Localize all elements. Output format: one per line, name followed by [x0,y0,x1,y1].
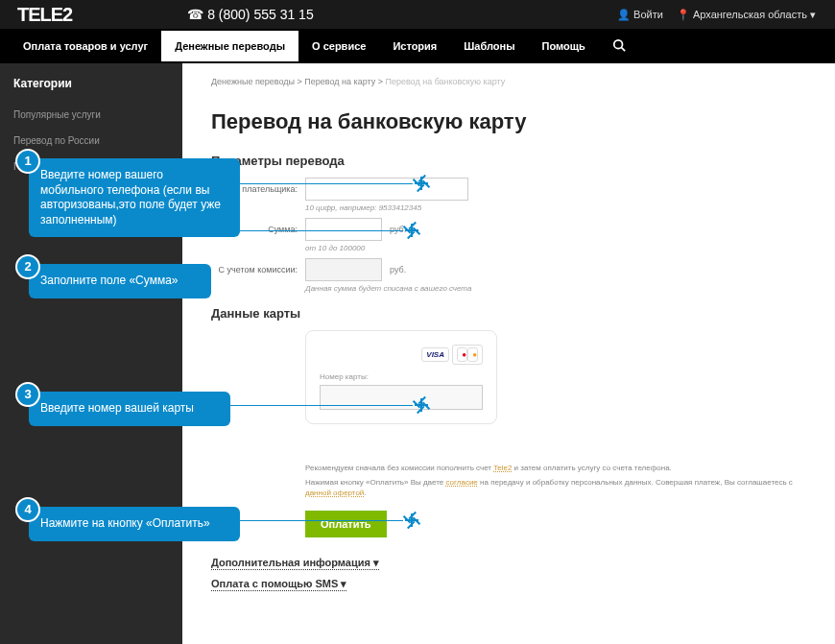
region-link[interactable]: 📍 Архангельская область ▾ [677,9,816,21]
region-text: Архангельская область [693,9,807,20]
section-card: Данные карты [211,306,806,321]
callout-1-burst [413,175,430,192]
main-content: Денежные переводы > Перевод на карту > П… [182,63,835,644]
expand-info[interactable]: Дополнительная информация ▾ [211,557,379,570]
menu-payments[interactable]: Оплата товаров и услуг [10,31,161,61]
offer-link[interactable]: данной офертой [305,489,364,497]
visa-icon: VISA [421,347,449,362]
consent-link[interactable]: согласие [446,478,478,487]
expand-sms-text: Оплата с помощью SMS [211,578,338,589]
sum-input[interactable] [305,218,382,241]
cardnum-input[interactable] [320,385,483,410]
logo: TELE2 [17,4,72,26]
top-bar: TELE2 ☎ 8 (800) 555 31 15 👤 Войти 📍 Арха… [0,0,835,29]
phone-input[interactable] [305,178,468,201]
search-icon[interactable] [599,29,639,63]
card-area: VISA ●● Номер карты: [305,330,497,424]
menu-transfers[interactable]: Денежные переводы [161,31,298,61]
callout-3-text: Введите номер вашей карты [40,401,194,415]
callout-4-line [240,520,403,521]
notice-recommend: Рекомендуем сначала без комиссии пополни… [305,463,806,473]
callout-3-burst [413,396,430,414]
callout-3: 3 Введите номер вашей карты [29,392,230,426]
phone-hint: 10 цифр, например: 9533412345 [305,203,806,212]
comm-input [305,258,382,281]
mastercard-icon: ●● [452,345,483,365]
sidebar-title: Категории [0,77,182,102]
svg-point-0 [614,40,623,49]
callout-1-num: 1 [15,149,40,174]
comm-hint: Данная сумма будет списана с вашего счет… [305,284,806,293]
callout-3-num: 3 [15,382,40,407]
callout-2-text: Заполните поле «Сумма» [40,274,179,287]
pay-button[interactable]: Оплатить [305,511,387,537]
menu-history[interactable]: История [379,31,450,61]
callout-2-burst [403,222,420,239]
callout-1: 1 Введите номер вашего мобильного телефо… [29,158,240,237]
notice2-b: на передачу и обработку персональных дан… [478,478,793,487]
section-params: Параметры перевода [211,154,806,168]
notice-agree: Нажимая кнопку «Оплатить» Вы даете согла… [305,477,806,498]
login-text: Войти [633,9,663,20]
login-link[interactable]: 👤 Войти [617,9,663,21]
expand-info-text: Дополнительная информация [211,557,370,568]
callout-1-line [240,183,413,184]
notice2-a: Нажимая кнопку «Оплатить» Вы даете [305,478,446,487]
crumb-2[interactable]: Перевод на карту [304,77,375,86]
callout-3-line [230,405,413,406]
phone-text: 8 (800) 555 31 15 [207,7,314,22]
menu-about[interactable]: О сервисе [298,31,379,61]
callout-4-burst [403,512,420,529]
callout-4-num: 4 [15,497,40,522]
callout-2-num: 2 [15,254,40,279]
callout-2-line [211,230,403,231]
callout-1-text: Введите номер вашего мобильного телефона… [40,168,221,227]
sum-hint: от 10 до 100000 [305,244,806,252]
menu-templates[interactable]: Шаблоны [450,31,528,61]
comm-unit: руб. [390,265,406,274]
menu-bar: Оплата товаров и услуг Денежные переводы… [0,29,835,63]
breadcrumb: Денежные переводы > Перевод на карту > П… [211,77,806,86]
crumb-3: Перевод на банковскую карту [385,77,505,86]
cardnum-label: Номер карты: [320,372,483,381]
callout-2: 2 Заполните поле «Сумма» [29,264,211,298]
notice1-a: Рекомендуем сначала без комиссии пополни… [305,464,493,472]
expand-sms[interactable]: Оплата с помощью SMS ▾ [211,578,346,591]
tele2-link[interactable]: Tele2 [493,464,512,472]
notice1-b: и затем оплатить услугу со счета телефон… [512,464,672,472]
comm-label: С учетом комиссии: [211,265,298,274]
callout-4: 4 Нажмите на кнопку «Оплатить» [29,507,240,541]
sidebar-item-popular[interactable]: Популярные услуги [0,102,182,128]
phone-number: ☎ 8 (800) 555 31 15 [187,7,313,22]
menu-help[interactable]: Помощь [529,31,599,61]
crumb-1[interactable]: Денежные переводы [211,77,295,86]
svg-line-1 [621,48,625,52]
page-title: Перевод на банковскую карту [211,109,806,134]
callout-4-text: Нажмите на кнопку «Оплатить» [40,516,210,530]
